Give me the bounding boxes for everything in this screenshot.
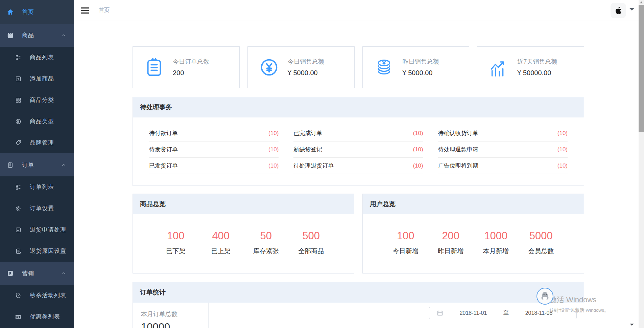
return-box-icon — [15, 226, 22, 234]
pending-item-shipped-orders[interactable]: 已发货订单(10) — [149, 158, 279, 174]
product-overview-stats: 100已下架 400已上架 50库存紧张 500全部商品 — [133, 214, 354, 256]
sidebar-item-label: 秒杀活动列表 — [30, 291, 66, 299]
sidebar-item-label: 添加商品 — [30, 75, 54, 83]
product-overview-panel: 商品总览 100已下架 400已上架 50库存紧张 500全部商品 — [133, 194, 354, 274]
qq-messenger-float-button[interactable] — [536, 288, 553, 305]
sidebar-item-product-list[interactable]: 商品列表 — [0, 47, 74, 68]
pending-item-completed-orders[interactable]: 已完成订单(10) — [293, 125, 423, 141]
pending-item-count: (10) — [557, 130, 568, 137]
sidebar-item-order-settings[interactable]: 订单设置 — [0, 198, 74, 219]
pending-item-new-out-of-stock[interactable]: 新缺货登记(10) — [293, 141, 423, 158]
pending-item-label: 待处理退货订单 — [293, 162, 334, 170]
sidebar-item-label: 商品列表 — [30, 53, 54, 61]
order-clipboard-icon — [143, 56, 165, 79]
trend-chart-icon — [487, 56, 510, 79]
sidebar-item-return-request[interactable]: 退货申请处理 — [0, 219, 74, 240]
sidebar-item-flash-sale-list[interactable]: 秒杀活动列表 — [0, 285, 74, 306]
stat-label: 本月新增 — [473, 247, 519, 256]
sidebar-item-home[interactable]: 首页 — [0, 0, 74, 24]
stat-new-today: 100今日新增 — [383, 230, 428, 256]
main-content: 今日订单总数 200 今日销售总额 ¥ 5000.00 昨日销售总额 — [74, 21, 644, 328]
stat-off-shelf: 100已下架 — [153, 230, 198, 256]
user-overview-stats: 100今日新增 200昨日新增 1000本月新增 5000会员总数 — [363, 214, 584, 256]
order-statistics-body: 本月订单总数 10000 2018-11-01 至 2018-11-08 — [133, 303, 584, 328]
scrollbar-up-arrow-icon[interactable] — [640, 1, 643, 3]
order-metric-label: 本月订单总数 — [141, 310, 208, 318]
sidebar-item-label: 退货原因设置 — [30, 247, 66, 255]
top-header: 首页 — [74, 0, 644, 21]
sidebar-item-label: 首页 — [22, 8, 34, 16]
date-start-value[interactable]: 2018-11-01 — [443, 310, 503, 316]
stat-label: 会员总数 — [519, 247, 564, 256]
hamburger-menu-icon[interactable] — [78, 5, 91, 16]
sidebar-item-return-reason[interactable]: 退货原因设置 — [0, 240, 74, 262]
coupon-icon — [15, 313, 22, 321]
pending-item-count: (10) — [268, 162, 279, 169]
sidebar-item-order-list[interactable]: 订单列表 — [0, 176, 74, 198]
stat-new-yesterday: 200昨日新增 — [428, 230, 474, 256]
stat-value: 400 — [198, 230, 244, 242]
panel-header: 商品总览 — [133, 194, 354, 214]
date-range-picker[interactable]: 2018-11-01 至 2018-11-08 — [429, 307, 577, 319]
stat-total-members: 5000会员总数 — [519, 230, 564, 256]
stat-label: 库存紧张 — [243, 247, 289, 256]
shopping-bag-icon — [6, 31, 14, 39]
avatar[interactable] — [611, 3, 626, 18]
sidebar-item-brand-management[interactable]: 品牌管理 — [0, 132, 74, 153]
bottom-corner-caret-icon — [630, 324, 634, 326]
scrollbar-thumb[interactable] — [639, 5, 644, 132]
sidebar-item-coupon-list[interactable]: 优惠券列表 — [0, 306, 74, 327]
stat-label: 全部商品 — [289, 247, 334, 256]
pending-item-count: (10) — [557, 146, 568, 153]
panel-title: 用户总览 — [370, 200, 396, 209]
gear-icon — [15, 205, 22, 212]
pending-item-confirm-receipt-orders[interactable]: 待确认收货订单(10) — [438, 125, 568, 141]
stat-low-stock: 50库存紧张 — [243, 230, 289, 256]
stat-new-month: 1000本月新增 — [473, 230, 519, 256]
pending-item-return-orders[interactable]: 待处理退货订单(10) — [293, 158, 423, 174]
pending-item-label: 新缺货登记 — [293, 146, 322, 153]
sidebar-item-add-product[interactable]: 添加商品 — [0, 68, 74, 89]
stat-value: 100 — [153, 230, 198, 242]
pending-item-label: 待确认收货订单 — [438, 129, 478, 137]
sidebar-group-marketing[interactable]: 营销 — [0, 262, 74, 285]
pending-item-label: 待处理退款申请 — [438, 146, 478, 153]
pending-item-to-ship-orders[interactable]: 待发货订单(10) — [149, 141, 279, 158]
chevron-down-icon[interactable] — [629, 8, 634, 10]
circle-list-icon — [15, 118, 22, 125]
panel-header: 订单统计 — [133, 282, 584, 303]
bookmark-icon — [6, 269, 14, 277]
sidebar-group-product[interactable]: 商品 — [0, 24, 74, 47]
sidebar-group-order[interactable]: 订单 — [0, 153, 74, 176]
calendar-icon — [437, 310, 443, 316]
stat-card-label: 昨日销售总额 — [403, 58, 439, 66]
panel-title: 商品总览 — [140, 200, 166, 209]
pending-item-count: (10) — [268, 146, 279, 153]
pending-item-label: 已完成订单 — [293, 129, 322, 137]
pending-item-refund-requests[interactable]: 待处理退款申请(10) — [438, 141, 568, 158]
breadcrumb[interactable]: 首页 — [99, 7, 110, 14]
sidebar-item-product-category[interactable]: 商品分类 — [0, 89, 74, 111]
pending-item-label: 广告位即将到期 — [438, 162, 478, 170]
pending-item-count: (10) — [557, 162, 568, 169]
list-icon — [15, 183, 22, 191]
order-statistics-panel: 订单统计 本月订单总数 10000 2018-11-01 至 2018-11-0… — [133, 282, 584, 328]
panel-header: 用户总览 — [363, 194, 584, 214]
sidebar-item-label: 商品分类 — [30, 96, 54, 104]
coins-icon — [373, 56, 395, 79]
sidebar-item-product-type[interactable]: 商品类型 — [0, 111, 74, 132]
home-icon — [6, 8, 14, 16]
pending-item-unpaid-orders[interactable]: 待付款订单(10) — [149, 125, 279, 141]
stat-on-shelf: 400已上架 — [198, 230, 244, 256]
pending-item-ad-expiring[interactable]: 广告位即将到期(10) — [438, 158, 568, 174]
stat-card-value: ¥ 5000.00 — [288, 69, 324, 77]
sidebar-item-label: 订单列表 — [30, 183, 54, 191]
pending-tasks-grid: 待付款订单(10) 已完成订单(10) 待确认收货订单(10) 待发货订单(10… — [133, 117, 584, 174]
sidebar-item-label: 品牌管理 — [30, 139, 54, 147]
overview-row: 商品总览 100已下架 400已上架 50库存紧张 500全部商品 用户总览 1… — [133, 194, 584, 274]
page-scrollbar[interactable] — [639, 0, 644, 328]
date-end-value[interactable]: 2018-11-08 — [509, 310, 569, 316]
pending-item-count: (10) — [413, 162, 423, 169]
date-range-separator: 至 — [503, 309, 509, 316]
stat-label: 昨日新增 — [428, 247, 474, 256]
